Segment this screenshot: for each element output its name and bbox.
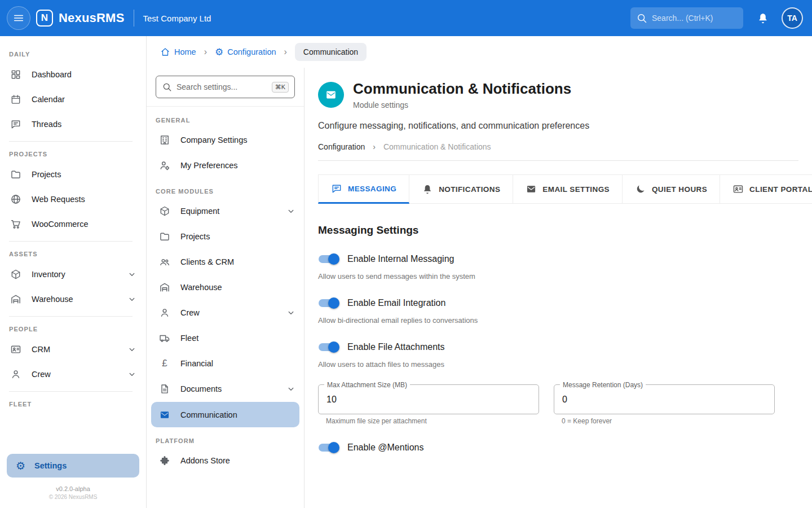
- hamburger-icon: [12, 12, 25, 24]
- page-title: Communication & Notifications: [353, 80, 571, 98]
- cube-icon: [10, 269, 21, 280]
- notifications-button[interactable]: [751, 6, 775, 30]
- max-attachment-size-input[interactable]: [319, 395, 539, 405]
- toggle-email-integration[interactable]: Enable Email Integration: [318, 297, 445, 309]
- divider: [9, 316, 133, 317]
- toggle-mentions[interactable]: Enable @Mentions: [318, 442, 423, 453]
- breadcrumb-configuration[interactable]: ⚙ Configuration: [215, 47, 276, 57]
- sidebar-item-crew[interactable]: Crew: [0, 362, 146, 387]
- sidebar-section-people: PEOPLE: [9, 326, 137, 332]
- sidebar-item-inventory[interactable]: Inventory: [0, 262, 146, 287]
- module-breadcrumb-configuration[interactable]: Configuration: [318, 142, 365, 151]
- settings-item-clients-crm[interactable]: Clients & CRM: [147, 249, 304, 274]
- field-helper-text: Maximum file size per attachment: [326, 417, 539, 425]
- main-content: Communication & Notifications Module set…: [304, 68, 812, 508]
- settings-item-warehouse[interactable]: Warehouse: [147, 274, 304, 300]
- settings-item-projects[interactable]: Projects: [147, 224, 304, 249]
- settings-item-equipment[interactable]: Equipment: [147, 198, 304, 224]
- sidebar-item-dashboard[interactable]: Dashboard: [0, 62, 146, 87]
- person-icon: [10, 369, 21, 380]
- module-mail-icon-badge: [318, 82, 344, 108]
- chat-icon: [331, 183, 342, 194]
- message-retention-input[interactable]: [554, 395, 774, 405]
- sidebar-item-woocommerce[interactable]: WooCommerce: [0, 212, 146, 237]
- settings-item-communication[interactable]: Communication: [151, 402, 299, 427]
- settings-item-fleet[interactable]: Fleet: [147, 325, 304, 351]
- bell-icon: [757, 12, 769, 24]
- chevron-right-icon: ›: [284, 47, 287, 57]
- sidebar-item-threads[interactable]: Threads: [0, 112, 146, 137]
- people-icon: [159, 256, 170, 268]
- settings-item-label: Fleet: [180, 334, 198, 343]
- tab-quiet-hours[interactable]: QUIET HOURS: [623, 174, 720, 204]
- sidebar-footer: v0.2.0-alpha © 2026 NexusRMS: [0, 481, 146, 508]
- toggle-file-attachments[interactable]: Enable File Attachments: [318, 341, 445, 353]
- sidebar-item-label: Projects: [32, 170, 61, 179]
- global-search[interactable]: [630, 7, 743, 29]
- settings-item-label: Projects: [180, 232, 210, 241]
- module-description: Configure messaging, notifications, and …: [318, 121, 798, 131]
- chevron-down-icon: [286, 206, 296, 216]
- company-name: Test Company Ltd: [143, 14, 211, 23]
- module-breadcrumb-current: Communication & Notifications: [383, 142, 491, 151]
- settings-item-label: Clients & CRM: [180, 257, 234, 266]
- home-icon: [160, 47, 170, 57]
- settings-section-general: GENERAL: [156, 117, 295, 124]
- chevron-down-icon: [127, 344, 137, 354]
- field-helper-text: 0 = Keep forever: [562, 417, 775, 425]
- menu-button[interactable]: [7, 6, 30, 30]
- person-icon: [159, 307, 170, 318]
- switch-on[interactable]: [318, 297, 338, 309]
- settings-item-documents[interactable]: Documents: [147, 376, 304, 401]
- app-logo[interactable]: N NexusRMS: [36, 10, 125, 27]
- toggle-internal-messaging[interactable]: Enable Internal Messaging: [318, 253, 454, 265]
- sidebar-item-crm[interactable]: CRM: [0, 337, 146, 362]
- tab-client-portal[interactable]: CLIENT PORTAL: [720, 174, 812, 204]
- copyright-label: © 2026 NexusRMS: [0, 494, 146, 500]
- settings-item-label: Company Settings: [180, 135, 247, 144]
- settings-item-financial[interactable]: £ Financial: [147, 351, 304, 376]
- toggle-helper-text: Allow bi-directional email replies to co…: [318, 316, 798, 325]
- tab-messaging[interactable]: MESSAGING: [318, 174, 409, 204]
- settings-item-company-settings[interactable]: Company Settings: [147, 127, 304, 152]
- sidebar-item-warehouse[interactable]: Warehouse: [0, 287, 146, 312]
- settings-item-label: Communication: [180, 410, 237, 419]
- folder-icon: [10, 169, 21, 180]
- gear-icon: ⚙: [215, 47, 223, 57]
- settings-search-input[interactable]: [176, 82, 267, 91]
- sidebar-section-daily: DAILY: [9, 51, 137, 58]
- app-top-bar: N NexusRMS Test Company Ltd TA: [0, 0, 812, 36]
- version-label: v0.2.0-alpha: [0, 485, 146, 492]
- sidebar-item-settings[interactable]: ⚙ Settings: [7, 454, 139, 478]
- mail-icon: [526, 183, 537, 195]
- switch-on[interactable]: [318, 253, 338, 265]
- calendar-icon: [10, 94, 21, 105]
- tab-email-settings[interactable]: EMAIL SETTINGS: [513, 174, 623, 204]
- settings-item-crew[interactable]: Crew: [147, 300, 304, 325]
- id-card-icon: [10, 344, 21, 355]
- sidebar-item-calendar[interactable]: Calendar: [0, 87, 146, 112]
- breadcrumb-home[interactable]: Home: [160, 47, 196, 57]
- switch-on[interactable]: [318, 341, 338, 353]
- user-avatar[interactable]: TA: [782, 7, 803, 29]
- settings-item-my-preferences[interactable]: My Preferences: [147, 152, 304, 178]
- truck-icon: [159, 332, 170, 344]
- sidebar-section-projects: PROJECTS: [9, 151, 137, 157]
- settings-item-label: My Preferences: [180, 161, 238, 170]
- tab-notifications[interactable]: NOTIFICATIONS: [409, 174, 513, 204]
- sidebar-item-projects[interactable]: Projects: [0, 162, 146, 187]
- divider: [134, 10, 134, 27]
- field-max-attachment-size: Max Attachment Size (MB) Maximum file si…: [318, 384, 539, 425]
- settings-section-core-modules: CORE MODULES: [156, 188, 295, 195]
- divider: [147, 106, 304, 107]
- settings-item-addons-store[interactable]: Addons Store: [147, 448, 304, 473]
- fields-row: Max Attachment Size (MB) Maximum file si…: [318, 384, 798, 425]
- divider: [9, 241, 133, 242]
- sidebar-item-web-requests[interactable]: Web Requests: [0, 187, 146, 212]
- settings-search[interactable]: ⌘K: [156, 76, 295, 98]
- global-search-input[interactable]: [652, 14, 738, 23]
- switch-on[interactable]: [318, 442, 338, 453]
- divider: [318, 160, 798, 161]
- sidebar-item-label: WooCommerce: [32, 220, 88, 229]
- dashboard-icon: [10, 69, 21, 80]
